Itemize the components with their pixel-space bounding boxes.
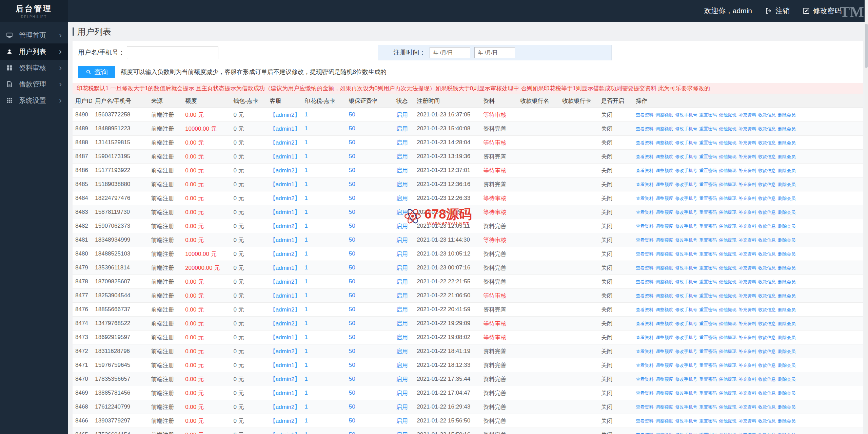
cell-status[interactable]: 启用 (394, 400, 414, 414)
cell-status[interactable]: 启用 (394, 136, 414, 150)
action-delete-member[interactable]: 删除会员 (778, 140, 795, 145)
cell-agent[interactable]: 【admin1】 (267, 205, 302, 219)
action-adjust-quota[interactable]: 调整额度 (655, 182, 673, 187)
action-delete-member[interactable]: 删除会员 (778, 349, 795, 354)
action-reset-password[interactable]: 重置密码 (699, 404, 717, 410)
scrollbar[interactable] (865, 0, 868, 434)
action-supplement-profile[interactable]: 补充资料 (738, 112, 756, 117)
action-change-phone[interactable]: 修改手机号 (675, 293, 697, 298)
action-payment-info[interactable]: 收款信息 (758, 224, 776, 229)
action-view-profile[interactable]: 查看资料 (636, 224, 653, 229)
action-urge-withdraw[interactable]: 催他提现 (719, 126, 736, 131)
cell-status[interactable]: 启用 (394, 261, 414, 275)
action-change-phone[interactable]: 修改手机号 (675, 126, 697, 131)
action-adjust-quota[interactable]: 调整额度 (655, 363, 673, 368)
action-view-profile[interactable]: 查看资料 (636, 432, 653, 434)
action-change-phone[interactable]: 修改手机号 (675, 418, 697, 423)
cell-stamp-tax[interactable]: 1 (302, 386, 346, 400)
cell-stamp-tax[interactable]: 1 (302, 275, 346, 289)
action-supplement-profile[interactable]: 补充资料 (738, 182, 756, 187)
action-view-profile[interactable]: 查看资料 (636, 349, 653, 354)
action-change-phone[interactable]: 修改手机号 (675, 307, 697, 312)
cell-guarantee-rate[interactable]: 50 (346, 164, 394, 177)
cell-agent[interactable]: 【admin1】 (267, 261, 302, 275)
action-payment-info[interactable]: 收款信息 (758, 432, 776, 434)
action-supplement-profile[interactable]: 补充资料 (738, 307, 756, 312)
action-supplement-profile[interactable]: 补充资料 (738, 432, 756, 434)
action-adjust-quota[interactable]: 调整额度 (655, 196, 673, 201)
action-delete-member[interactable]: 删除会员 (778, 196, 795, 201)
action-delete-member[interactable]: 删除会员 (778, 265, 795, 270)
action-supplement-profile[interactable]: 补充资料 (738, 210, 756, 215)
cell-guarantee-rate[interactable]: 50 (346, 372, 394, 386)
action-view-profile[interactable]: 查看资料 (636, 404, 653, 410)
action-urge-withdraw[interactable]: 催他提现 (719, 224, 736, 229)
action-view-profile[interactable]: 查看资料 (636, 293, 653, 298)
action-supplement-profile[interactable]: 补充资料 (738, 418, 756, 423)
action-adjust-quota[interactable]: 调整额度 (655, 307, 673, 312)
action-supplement-profile[interactable]: 补充资料 (738, 238, 756, 243)
cell-stamp-tax[interactable]: 1 (302, 177, 346, 191)
cell-guarantee-rate[interactable]: 50 (346, 386, 394, 400)
action-delete-member[interactable]: 删除会员 (778, 363, 795, 368)
action-change-phone[interactable]: 修改手机号 (675, 168, 697, 173)
action-payment-info[interactable]: 收款信息 (758, 404, 776, 410)
action-payment-info[interactable]: 收款信息 (758, 112, 776, 117)
action-change-phone[interactable]: 修改手机号 (675, 182, 697, 187)
action-change-phone[interactable]: 修改手机号 (675, 210, 697, 215)
action-urge-withdraw[interactable]: 催他提现 (719, 154, 736, 159)
action-change-phone[interactable]: 修改手机号 (675, 238, 697, 243)
cell-stamp-tax[interactable]: 1 (302, 205, 346, 219)
cell-status[interactable]: 启用 (394, 177, 414, 191)
action-reset-password[interactable]: 重置密码 (699, 182, 717, 187)
cell-stamp-tax[interactable]: 1 (302, 400, 346, 414)
cell-stamp-tax[interactable]: 1 (302, 164, 346, 177)
action-payment-info[interactable]: 收款信息 (758, 335, 776, 340)
cell-stamp-tax[interactable]: 1 (302, 317, 346, 331)
sidebar-item-loans[interactable]: 借款管理› (0, 76, 68, 92)
action-view-profile[interactable]: 查看资料 (636, 140, 653, 145)
action-payment-info[interactable]: 收款信息 (758, 418, 776, 423)
cell-stamp-tax[interactable]: 1 (302, 233, 346, 247)
cell-stamp-tax[interactable]: 1 (302, 414, 346, 428)
action-change-phone[interactable]: 修改手机号 (675, 404, 697, 410)
cell-guarantee-rate[interactable]: 50 (346, 344, 394, 358)
cell-status[interactable]: 启用 (394, 275, 414, 289)
action-urge-withdraw[interactable]: 催他提现 (719, 349, 736, 354)
action-urge-withdraw[interactable]: 催他提现 (719, 363, 736, 368)
action-payment-info[interactable]: 收款信息 (758, 182, 776, 187)
action-urge-withdraw[interactable]: 催他提现 (719, 140, 736, 145)
cell-status[interactable]: 启用 (394, 108, 414, 122)
action-reset-password[interactable]: 重置密码 (699, 293, 717, 298)
action-adjust-quota[interactable]: 调整额度 (655, 265, 673, 270)
action-adjust-quota[interactable]: 调整额度 (655, 321, 673, 326)
cell-guarantee-rate[interactable]: 50 (346, 289, 394, 303)
action-change-phone[interactable]: 修改手机号 (675, 321, 697, 326)
action-urge-withdraw[interactable]: 催他提现 (719, 293, 736, 298)
action-reset-password[interactable]: 重置密码 (699, 112, 717, 117)
cell-status[interactable]: 启用 (394, 428, 414, 434)
action-view-profile[interactable]: 查看资料 (636, 154, 653, 159)
action-payment-info[interactable]: 收款信息 (758, 321, 776, 326)
action-urge-withdraw[interactable]: 催他提现 (719, 210, 736, 215)
cell-status[interactable]: 启用 (394, 358, 414, 372)
action-urge-withdraw[interactable]: 催他提现 (719, 307, 736, 312)
cell-guarantee-rate[interactable]: 50 (346, 317, 394, 331)
cell-guarantee-rate[interactable]: 50 (346, 275, 394, 289)
action-urge-withdraw[interactable]: 催他提现 (719, 432, 736, 434)
action-payment-info[interactable]: 收款信息 (758, 363, 776, 368)
cell-stamp-tax[interactable]: 1 (302, 122, 346, 136)
action-view-profile[interactable]: 查看资料 (636, 418, 653, 423)
action-delete-member[interactable]: 删除会员 (778, 418, 795, 423)
action-view-profile[interactable]: 查看资料 (636, 196, 653, 201)
action-reset-password[interactable]: 重置密码 (699, 363, 717, 368)
action-urge-withdraw[interactable]: 催他提现 (719, 404, 736, 410)
action-delete-member[interactable]: 删除会员 (778, 404, 795, 410)
cell-stamp-tax[interactable]: 1 (302, 261, 346, 275)
cell-agent[interactable]: 【admin2】 (267, 303, 302, 317)
action-delete-member[interactable]: 删除会员 (778, 168, 795, 173)
change-password-button[interactable]: 修改密码 (803, 6, 842, 16)
action-reset-password[interactable]: 重置密码 (699, 265, 717, 270)
cell-status[interactable]: 启用 (394, 219, 414, 233)
action-adjust-quota[interactable]: 调整额度 (655, 349, 673, 354)
